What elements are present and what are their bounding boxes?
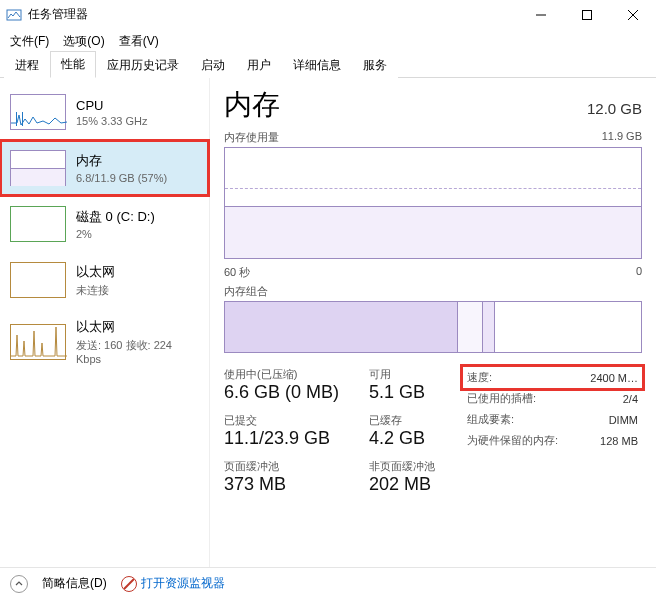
sidebar-cpu-sub: 15% 3.33 GHz (76, 115, 148, 127)
memory-usage-graph[interactable] (224, 147, 642, 259)
footer: 简略信息(D) 打开资源监视器 (0, 567, 656, 599)
menu-options[interactable]: 选项(O) (57, 31, 110, 52)
cpu-thumb-icon (10, 94, 66, 130)
titlebar: 任务管理器 (0, 0, 656, 30)
open-resmon-link[interactable]: 打开资源监视器 (121, 575, 225, 592)
main-panel: 内存 12.0 GB 内存使用量 11.9 GB 60 秒 0 内存组合 使用中… (210, 78, 656, 567)
fewer-details-icon[interactable] (10, 575, 28, 593)
sidebar-item-disk[interactable]: 磁盘 0 (C: D:) 2% (0, 196, 209, 252)
ethernet-thumb-icon (10, 262, 66, 298)
tabs: 进程 性能 应用历史记录 启动 用户 详细信息 服务 (0, 52, 656, 78)
tab-performance[interactable]: 性能 (50, 51, 96, 78)
slots-label: 已使用的插槽: (463, 388, 578, 409)
row-reserved: 为硬件保留的内存: 128 MB (463, 430, 642, 451)
tab-processes[interactable]: 进程 (4, 52, 50, 78)
disk-thumb-icon (10, 206, 66, 242)
form-value: DIMM (578, 409, 642, 430)
resmon-icon (121, 576, 137, 592)
reserved-value: 128 MB (578, 430, 642, 451)
speed-value: 2400 M… (578, 367, 642, 388)
sidebar-memory-title: 内存 (76, 152, 167, 170)
sidebar-item-ethernet-2[interactable]: 以太网 发送: 160 接收: 224 Kbps (0, 308, 209, 375)
svg-rect-2 (583, 10, 592, 19)
stat-avail-value: 5.1 GB (369, 382, 435, 403)
xaxis-left: 60 秒 (224, 265, 250, 280)
tab-users[interactable]: 用户 (236, 52, 282, 78)
sidebar-eth1-sub: 未连接 (76, 283, 115, 298)
sidebar-item-cpu[interactable]: CPU 15% 3.33 GHz (0, 84, 209, 140)
slots-value: 2/4 (578, 388, 642, 409)
sidebar-eth1-title: 以太网 (76, 263, 115, 281)
stat-cached-value: 4.2 GB (369, 428, 435, 449)
sidebar-item-memory[interactable]: 内存 6.8/11.9 GB (57%) (0, 140, 209, 196)
tab-startup[interactable]: 启动 (190, 52, 236, 78)
form-label: 组成要素: (463, 409, 578, 430)
usage-label: 内存使用量 (224, 130, 279, 145)
row-form: 组成要素: DIMM (463, 409, 642, 430)
stat-nonpaged-label: 非页面缓冲池 (369, 459, 435, 474)
memory-composition-graph[interactable] (224, 301, 642, 353)
tab-details[interactable]: 详细信息 (282, 52, 352, 78)
tab-services[interactable]: 服务 (352, 52, 398, 78)
sidebar-disk-sub: 2% (76, 228, 155, 240)
stat-committed-label: 已提交 (224, 413, 339, 428)
page-title: 内存 (224, 86, 280, 124)
stat-inuse-label: 使用中(已压缩) (224, 367, 339, 382)
sidebar-memory-sub: 6.8/11.9 GB (57%) (76, 172, 167, 184)
stats-left: 使用中(已压缩) 6.6 GB (0 MB) 可用 5.1 GB 已提交 11.… (224, 367, 435, 495)
menubar: 文件(F) 选项(O) 查看(V) (0, 30, 656, 52)
sidebar: CPU 15% 3.33 GHz 内存 6.8/11.9 GB (57%) 磁盘… (0, 78, 210, 567)
stat-nonpaged-value: 202 MB (369, 474, 435, 495)
sidebar-disk-title: 磁盘 0 (C: D:) (76, 208, 155, 226)
row-speed: 速度: 2400 M… (463, 367, 642, 388)
stat-committed-value: 11.1/23.9 GB (224, 428, 339, 449)
sidebar-eth2-title: 以太网 (76, 318, 199, 336)
window-controls (518, 0, 656, 30)
maximize-button[interactable] (564, 0, 610, 30)
tab-apphistory[interactable]: 应用历史记录 (96, 52, 190, 78)
stat-cached-label: 已缓存 (369, 413, 435, 428)
stat-inuse-value: 6.6 GB (0 MB) (224, 382, 339, 403)
menu-view[interactable]: 查看(V) (113, 31, 165, 52)
sidebar-eth2-sub: 发送: 160 接收: 224 Kbps (76, 338, 199, 365)
stat-avail-label: 可用 (369, 367, 435, 382)
reserved-label: 为硬件保留的内存: (463, 430, 578, 451)
stats-right: 速度: 2400 M… 已使用的插槽: 2/4 组成要素: DIMM 为硬件保留… (463, 367, 642, 451)
app-icon (6, 7, 22, 23)
sidebar-item-ethernet-1[interactable]: 以太网 未连接 (0, 252, 209, 308)
minimize-button[interactable] (518, 0, 564, 30)
row-slots: 已使用的插槽: 2/4 (463, 388, 642, 409)
xaxis-right: 0 (636, 265, 642, 280)
resmon-label: 打开资源监视器 (141, 575, 225, 592)
speed-label: 速度: (463, 367, 578, 388)
memory-thumb-icon (10, 150, 66, 186)
stat-paged-label: 页面缓冲池 (224, 459, 339, 474)
composition-label: 内存组合 (224, 284, 268, 299)
stat-paged-value: 373 MB (224, 474, 339, 495)
ethernet2-thumb-icon (10, 324, 66, 360)
close-button[interactable] (610, 0, 656, 30)
window-title: 任务管理器 (28, 6, 518, 23)
memory-total: 12.0 GB (587, 100, 642, 117)
sidebar-cpu-title: CPU (76, 98, 148, 113)
menu-file[interactable]: 文件(F) (4, 31, 55, 52)
fewer-details-link[interactable]: 简略信息(D) (42, 575, 107, 592)
usage-max: 11.9 GB (602, 130, 642, 145)
